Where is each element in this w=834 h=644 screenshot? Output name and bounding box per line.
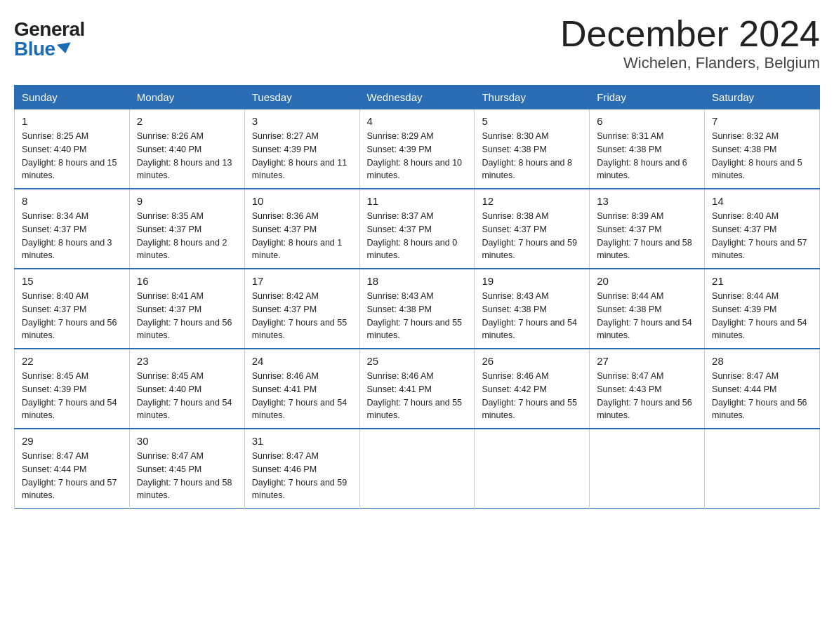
- table-row: 27Sunrise: 8:47 AMSunset: 4:43 PMDayligh…: [590, 349, 705, 429]
- table-row: 2Sunrise: 8:26 AMSunset: 4:40 PMDaylight…: [129, 109, 244, 189]
- day-number: 8: [22, 195, 122, 207]
- col-thursday: Thursday: [475, 86, 590, 109]
- table-row: 10Sunrise: 8:36 AMSunset: 4:37 PMDayligh…: [244, 189, 359, 269]
- day-info: Sunrise: 8:32 AMSunset: 4:38 PMDaylight:…: [712, 130, 812, 182]
- location-title: Wichelen, Flanders, Belgium: [560, 54, 820, 72]
- day-info: Sunrise: 8:40 AMSunset: 4:37 PMDaylight:…: [712, 210, 812, 262]
- day-number: 9: [137, 195, 237, 207]
- title-block: December 2024 Wichelen, Flanders, Belgiu…: [560, 14, 820, 72]
- day-info: Sunrise: 8:46 AMSunset: 4:42 PMDaylight:…: [482, 370, 582, 422]
- day-info: Sunrise: 8:47 AMSunset: 4:44 PMDaylight:…: [22, 450, 122, 502]
- day-info: Sunrise: 8:29 AMSunset: 4:39 PMDaylight:…: [367, 130, 468, 182]
- day-number: 10: [252, 195, 352, 207]
- logo-triangle-icon: [57, 42, 72, 54]
- day-number: 7: [712, 115, 812, 127]
- table-row: 20Sunrise: 8:44 AMSunset: 4:38 PMDayligh…: [590, 269, 705, 349]
- table-row: 21Sunrise: 8:44 AMSunset: 4:39 PMDayligh…: [705, 269, 820, 349]
- day-number: 17: [252, 275, 352, 287]
- day-number: 21: [712, 275, 812, 287]
- day-number: 1: [22, 115, 122, 127]
- table-row: 30Sunrise: 8:47 AMSunset: 4:45 PMDayligh…: [129, 429, 244, 509]
- col-saturday: Saturday: [705, 86, 820, 109]
- day-number: 20: [597, 275, 697, 287]
- table-row: 29Sunrise: 8:47 AMSunset: 4:44 PMDayligh…: [15, 429, 130, 509]
- day-info: Sunrise: 8:38 AMSunset: 4:37 PMDaylight:…: [482, 210, 582, 262]
- day-info: Sunrise: 8:46 AMSunset: 4:41 PMDaylight:…: [252, 370, 352, 422]
- table-row: 23Sunrise: 8:45 AMSunset: 4:40 PMDayligh…: [129, 349, 244, 429]
- day-info: Sunrise: 8:42 AMSunset: 4:37 PMDaylight:…: [252, 290, 352, 342]
- col-friday: Friday: [590, 86, 705, 109]
- table-row: 31Sunrise: 8:47 AMSunset: 4:46 PMDayligh…: [244, 429, 359, 509]
- calendar-week-row: 15Sunrise: 8:40 AMSunset: 4:37 PMDayligh…: [15, 269, 820, 349]
- col-sunday: Sunday: [15, 86, 130, 109]
- day-info: Sunrise: 8:30 AMSunset: 4:38 PMDaylight:…: [482, 130, 582, 182]
- day-number: 14: [712, 195, 812, 207]
- day-info: Sunrise: 8:39 AMSunset: 4:37 PMDaylight:…: [597, 210, 697, 262]
- day-number: 28: [712, 355, 812, 367]
- day-number: 16: [137, 275, 237, 287]
- day-info: Sunrise: 8:47 AMSunset: 4:45 PMDaylight:…: [137, 450, 237, 502]
- day-number: 29: [22, 435, 122, 447]
- day-info: Sunrise: 8:47 AMSunset: 4:46 PMDaylight:…: [252, 450, 352, 502]
- day-info: Sunrise: 8:27 AMSunset: 4:39 PMDaylight:…: [252, 130, 352, 182]
- day-number: 18: [367, 275, 468, 287]
- day-info: Sunrise: 8:31 AMSunset: 4:38 PMDaylight:…: [597, 130, 697, 182]
- table-row: 9Sunrise: 8:35 AMSunset: 4:37 PMDaylight…: [129, 189, 244, 269]
- day-number: 27: [597, 355, 697, 367]
- table-row: 15Sunrise: 8:40 AMSunset: 4:37 PMDayligh…: [15, 269, 130, 349]
- day-number: 4: [367, 115, 468, 127]
- table-row: 18Sunrise: 8:43 AMSunset: 4:38 PMDayligh…: [359, 269, 475, 349]
- logo-general: General: [14, 20, 85, 39]
- day-info: Sunrise: 8:36 AMSunset: 4:37 PMDaylight:…: [252, 210, 352, 262]
- day-number: 5: [482, 115, 582, 127]
- table-row: 4Sunrise: 8:29 AMSunset: 4:39 PMDaylight…: [359, 109, 475, 189]
- day-info: Sunrise: 8:40 AMSunset: 4:37 PMDaylight:…: [22, 290, 122, 342]
- table-row: 14Sunrise: 8:40 AMSunset: 4:37 PMDayligh…: [705, 189, 820, 269]
- table-row: 8Sunrise: 8:34 AMSunset: 4:37 PMDaylight…: [15, 189, 130, 269]
- day-number: 12: [482, 195, 582, 207]
- day-number: 3: [252, 115, 352, 127]
- table-row: [705, 429, 820, 509]
- day-number: 13: [597, 195, 697, 207]
- day-number: 31: [252, 435, 352, 447]
- table-row: [475, 429, 590, 509]
- day-info: Sunrise: 8:35 AMSunset: 4:37 PMDaylight:…: [137, 210, 237, 262]
- day-info: Sunrise: 8:45 AMSunset: 4:39 PMDaylight:…: [22, 370, 122, 422]
- day-number: 22: [22, 355, 122, 367]
- day-info: Sunrise: 8:26 AMSunset: 4:40 PMDaylight:…: [137, 130, 237, 182]
- table-row: 6Sunrise: 8:31 AMSunset: 4:38 PMDaylight…: [590, 109, 705, 189]
- day-info: Sunrise: 8:37 AMSunset: 4:37 PMDaylight:…: [367, 210, 468, 262]
- month-title: December 2024: [560, 14, 820, 54]
- day-number: 2: [137, 115, 237, 127]
- table-row: 7Sunrise: 8:32 AMSunset: 4:38 PMDaylight…: [705, 109, 820, 189]
- day-info: Sunrise: 8:43 AMSunset: 4:38 PMDaylight:…: [367, 290, 468, 342]
- col-tuesday: Tuesday: [244, 86, 359, 109]
- day-number: 25: [367, 355, 468, 367]
- table-row: 13Sunrise: 8:39 AMSunset: 4:37 PMDayligh…: [590, 189, 705, 269]
- day-number: 19: [482, 275, 582, 287]
- day-info: Sunrise: 8:34 AMSunset: 4:37 PMDaylight:…: [22, 210, 122, 262]
- table-row: 25Sunrise: 8:46 AMSunset: 4:41 PMDayligh…: [359, 349, 475, 429]
- table-row: 11Sunrise: 8:37 AMSunset: 4:37 PMDayligh…: [359, 189, 475, 269]
- day-info: Sunrise: 8:44 AMSunset: 4:39 PMDaylight:…: [712, 290, 812, 342]
- day-number: 23: [137, 355, 237, 367]
- page-header: General Blue December 2024 Wichelen, Fla…: [14, 14, 820, 72]
- table-row: [590, 429, 705, 509]
- logo: General Blue: [14, 20, 85, 59]
- day-info: Sunrise: 8:43 AMSunset: 4:38 PMDaylight:…: [482, 290, 582, 342]
- day-info: Sunrise: 8:41 AMSunset: 4:37 PMDaylight:…: [137, 290, 237, 342]
- table-row: 17Sunrise: 8:42 AMSunset: 4:37 PMDayligh…: [244, 269, 359, 349]
- day-number: 6: [597, 115, 697, 127]
- table-row: 1Sunrise: 8:25 AMSunset: 4:40 PMDaylight…: [15, 109, 130, 189]
- day-number: 24: [252, 355, 352, 367]
- table-row: 19Sunrise: 8:43 AMSunset: 4:38 PMDayligh…: [475, 269, 590, 349]
- table-row: 12Sunrise: 8:38 AMSunset: 4:37 PMDayligh…: [475, 189, 590, 269]
- calendar-week-row: 8Sunrise: 8:34 AMSunset: 4:37 PMDaylight…: [15, 189, 820, 269]
- day-info: Sunrise: 8:46 AMSunset: 4:41 PMDaylight:…: [367, 370, 468, 422]
- logo-blue: Blue: [14, 39, 72, 59]
- col-monday: Monday: [129, 86, 244, 109]
- day-number: 30: [137, 435, 237, 447]
- calendar-table: Sunday Monday Tuesday Wednesday Thursday…: [14, 85, 820, 509]
- table-row: [359, 429, 475, 509]
- table-row: 22Sunrise: 8:45 AMSunset: 4:39 PMDayligh…: [15, 349, 130, 429]
